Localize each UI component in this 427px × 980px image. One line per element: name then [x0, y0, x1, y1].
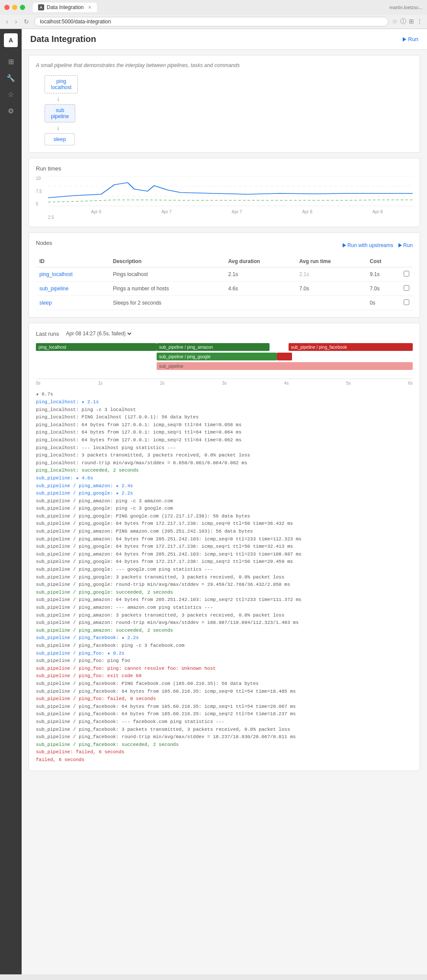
nodes-card: Nodes Run with upstreams Run ID [29, 232, 420, 318]
nodes-title: Nodes [36, 240, 52, 246]
address-bar[interactable]: localhost:5000/data-integration [34, 17, 388, 26]
node-check-sub-pipeline[interactable] [400, 282, 413, 296]
log-line: sub_pipeline / ping_amazon: 64 bytes fro… [36, 596, 413, 604]
bookmark-icon[interactable]: ☆ [392, 18, 398, 26]
wrench-icon: 🔧 [6, 74, 15, 82]
log-line: ping_localhost: succeeded, 2 seconds [36, 467, 413, 475]
log-line: sub_pipeline / ping_foo: failed, 0 secon… [36, 695, 413, 703]
log-line: sub_pipeline / ping_facebook: ping -c 3 … [36, 642, 413, 650]
log-line: sub_pipeline / ping_facebook: 64 bytes f… [36, 710, 413, 718]
node-desc-ping-localhost: Pings localhost [109, 267, 225, 282]
log-line: ping_localhost: ★ 2.1s [36, 398, 413, 406]
chart-y-labels: 10 7.5 5 [36, 176, 42, 206]
table-row: sub_pipeline Pings a number of hosts 4.6… [36, 282, 413, 296]
node-cost-sleep: 0s [366, 296, 400, 310]
tab-favicon: A [38, 4, 44, 10]
col-checkbox [400, 256, 413, 267]
log-line: sub_pipeline / ping_google: PING google.… [36, 513, 413, 521]
sidebar-item-tools[interactable]: 🔧 [3, 71, 18, 85]
table-row: sleep Sleeps for 2 seconds 0s [36, 296, 413, 310]
node-avg-dur-sleep [225, 296, 296, 310]
browser-actions: ☆ ⓘ ⊞ ⋮ [392, 18, 423, 26]
node-check-ping-localhost[interactable] [400, 267, 413, 282]
log-line: sub_pipeline / ping_google: ★ 2.2s [36, 490, 413, 498]
log-line: sub_pipeline / ping_amazon: PING amazon.… [36, 528, 413, 536]
log-line: ping_localhost: 64 bytes from 127.0.0.1:… [36, 421, 413, 429]
log-line: ping_localhost: --- localhost ping stati… [36, 444, 413, 452]
log-line: sub_pipeline / ping_amazon: 64 bytes fro… [36, 536, 413, 543]
sidebar-item-grid[interactable]: ⊞ [3, 54, 18, 69]
forward-button[interactable]: › [13, 17, 19, 26]
log-line: sub_pipeline / ping_facebook: 64 bytes f… [36, 688, 413, 696]
app-logo: A [4, 33, 18, 47]
log-line: sub_pipeline / ping_google: succeeded, 2… [36, 589, 413, 597]
node-id-sleep[interactable]: sleep [36, 296, 109, 310]
col-description: Description [109, 256, 225, 267]
browser-chrome: A Data Integration ✕ martin.loetzsc... ‹… [0, 0, 427, 29]
bar-sub-pipeline: sub_pipeline [157, 362, 413, 370]
log-line: sub_pipeline / ping_amazon: ★ 2.4s [36, 482, 413, 490]
node-id-sub-pipeline[interactable]: sub_pipeline [36, 282, 109, 296]
nodes-table: ID Description Avg duration Avg run time… [36, 256, 413, 310]
log-failed-sub: sub_pipeline: failed, 6 seconds [36, 749, 413, 756]
reload-button[interactable]: ↻ [22, 17, 31, 26]
node-avg-run-ping-localhost: 2.1s [296, 267, 366, 282]
tab-close-icon[interactable]: ✕ [88, 5, 92, 10]
sidebar-item-favorites[interactable]: ☆ [3, 87, 18, 102]
extension-icon[interactable]: ⊞ [409, 18, 414, 26]
menu-icon[interactable]: ⋮ [417, 18, 423, 26]
node-desc-sub-pipeline: Pings a number of hosts [109, 282, 225, 296]
run-nodes-button[interactable]: Run [398, 242, 413, 248]
log-line: sub_pipeline / ping_google: 64 bytes fro… [36, 543, 413, 551]
log-line: ping_localhost: 64 bytes from 127.0.0.1:… [36, 437, 413, 444]
col-id: ID [36, 256, 109, 267]
bar-ping-facebook: sub_pipeline / ping_facebook [289, 343, 413, 351]
pipeline-node-sub-pipeline[interactable]: subpipeline [45, 104, 75, 122]
back-button[interactable]: ‹ [4, 17, 10, 26]
main-content: Data Integration Run A small pipeline th… [22, 29, 427, 974]
info-icon[interactable]: ⓘ [400, 18, 406, 26]
chart-y-bottom: 2.5 [48, 215, 413, 220]
log-failed-total: failed, 6 seconds [36, 756, 413, 764]
log-line: sub_pipeline / ping_foo: ★ 0.2s [36, 650, 413, 658]
log-line: sub_pipeline / ping_foo: ping foo [36, 657, 413, 665]
last-runs-select[interactable]: Apr 08 14:27 (6.5s, failed) [64, 330, 133, 337]
pipeline-node-sleep[interactable]: sleep [45, 133, 75, 145]
maximize-button[interactable] [20, 5, 25, 10]
log-line: sub_pipeline / ping_facebook: 64 bytes f… [36, 703, 413, 711]
log-line: ping_localhost: PING localhost (127.0.0.… [36, 414, 413, 421]
node-cost-ping-localhost: 9.1s [366, 267, 400, 282]
log-line: sub_pipeline / ping_facebook: PING faceb… [36, 680, 413, 688]
table-row: ping_localhost Pings localhost 2.1s 2.1s… [36, 267, 413, 282]
chart-x-labels: Apr 6 Apr 7 Apr 7 Apr 8 Apr 8 [48, 209, 413, 214]
page-title: Data Integration [30, 34, 96, 44]
log-line: ping_localhost: 64 bytes from 127.0.0.1:… [36, 429, 413, 437]
browser-tab[interactable]: A Data Integration ✕ [33, 3, 97, 12]
log-line: sub_pipeline / ping_foo: ping: cannot re… [36, 665, 413, 673]
run-with-upstreams-button[interactable]: Run with upstreams [343, 242, 393, 248]
log-line: sub_pipeline / ping_foo: exit code 68 [36, 672, 413, 680]
run-times-card: Run times 10 7.5 5 [29, 158, 420, 227]
pipeline-description: A small pipeline that demonstrates the i… [36, 62, 413, 68]
log-line: sub_pipeline / ping_google: 64 bytes fro… [36, 520, 413, 528]
node-desc-sleep: Sleeps for 2 seconds [109, 296, 225, 310]
last-runs-title: Last runs [36, 331, 59, 337]
sidebar: A ⊞ 🔧 ☆ ⚙ [0, 29, 22, 974]
log-line: sub_pipeline / ping_facebook: --- facebo… [36, 718, 413, 726]
node-avg-dur-ping-localhost: 2.1s [225, 267, 296, 282]
last-runs-card: Last runs Apr 08 14:27 (6.5s, failed) pi… [29, 323, 420, 771]
tab-label: Data Integration [47, 4, 83, 10]
close-button[interactable] [4, 5, 10, 10]
pipeline-node-ping-localhost[interactable]: pinglocalhost [45, 75, 78, 93]
log-total-time: ★ 6.7s [36, 391, 413, 398]
grid-icon: ⊞ [8, 58, 14, 66]
sidebar-item-settings[interactable]: ⚙ [3, 103, 18, 118]
node-check-sleep[interactable] [400, 296, 413, 310]
log-line: sub_pipeline: ★ 4.6s [36, 475, 413, 482]
run-button[interactable]: Run [403, 36, 418, 42]
log-line: ping_localhost: round-trip min/avg/max/s… [36, 459, 413, 467]
minimize-button[interactable] [12, 5, 17, 10]
log-line: sub_pipeline / ping_amazon: round-trip m… [36, 619, 413, 627]
node-id-ping-localhost[interactable]: ping_localhost [36, 267, 109, 282]
last-runs-header: Last runs Apr 08 14:27 (6.5s, failed) [36, 330, 413, 337]
